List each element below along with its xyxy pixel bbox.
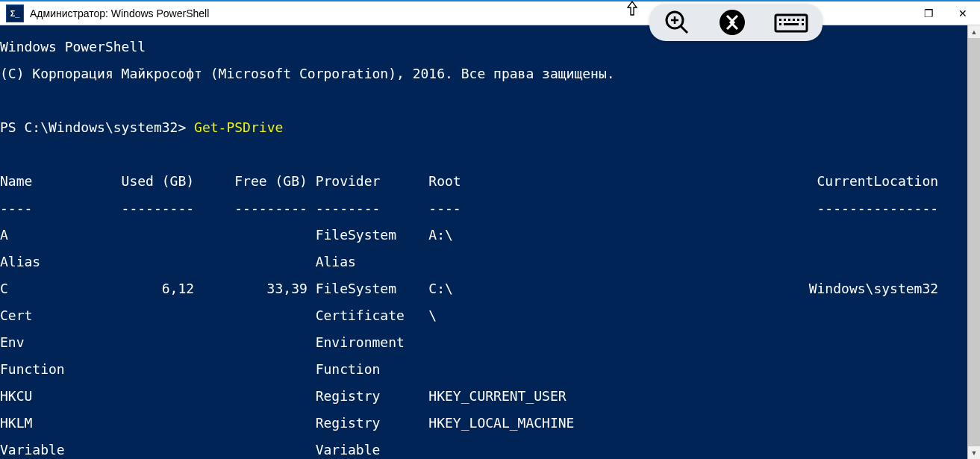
window-controls: ❐ ✕	[911, 1, 980, 25]
svg-rect-13	[784, 23, 799, 25]
table-row: HKLM Registry HKEY_LOCAL_MACHINE	[0, 416, 980, 430]
maximize-button[interactable]: ❐	[911, 1, 946, 25]
svg-rect-11	[802, 19, 804, 21]
prompt-text: PS C:\Windows\system32>	[0, 119, 194, 135]
ps-copyright: (C) Корпорация Майкрософт (Microsoft Cor…	[0, 67, 980, 81]
table-row: Env Environment	[0, 336, 980, 349]
table-header: Name Used (GB) Free (GB) Provider Root C…	[0, 175, 980, 188]
svg-rect-6	[779, 19, 781, 21]
titlebar[interactable]: Σ_ Администратор: Windows PowerShell ❐ ✕	[0, 1, 980, 25]
scroll-up-arrow-icon[interactable]: ▲	[968, 25, 980, 38]
table-row: A FileSystem A:\	[0, 228, 980, 242]
blank-line	[0, 94, 980, 107]
svg-rect-8	[788, 19, 790, 21]
powershell-icon: Σ_	[6, 4, 24, 22]
table-row: Function Function	[0, 363, 980, 376]
floating-toolbar[interactable]	[649, 4, 823, 41]
vertical-scrollbar[interactable]: ▲ ▼	[967, 25, 980, 459]
table-row: HKCU Registry HKEY_CURRENT_USER	[0, 390, 980, 403]
remote-connect-icon[interactable]	[718, 8, 746, 37]
table-row: C 6,12 33,39 FileSystem C:\ Windows\syst…	[0, 282, 980, 296]
blank-line	[0, 148, 980, 161]
scroll-track[interactable]	[968, 38, 980, 446]
svg-rect-7	[784, 19, 786, 21]
terminal-output[interactable]: Windows PowerShell (C) Корпорация Майкро…	[0, 25, 980, 459]
svg-rect-12	[779, 23, 781, 25]
svg-rect-14	[802, 23, 804, 25]
svg-rect-9	[793, 19, 795, 21]
table-row: Cert Certificate \	[0, 309, 980, 322]
ps-banner: Windows PowerShell	[0, 40, 980, 54]
close-button[interactable]: ✕	[946, 1, 980, 25]
zoom-in-icon[interactable]	[663, 8, 691, 37]
svg-rect-10	[797, 19, 799, 21]
prompt-line: PS C:\Windows\system32> Get-PSDrive	[0, 121, 980, 134]
keyboard-icon[interactable]	[773, 8, 809, 37]
svg-line-1	[681, 26, 687, 33]
scroll-thumb[interactable]	[968, 38, 980, 446]
table-row: Alias Alias	[0, 255, 980, 269]
cursor-icon	[625, 0, 639, 20]
scroll-down-arrow-icon[interactable]: ▼	[968, 446, 980, 459]
table-row: Variable Variable	[0, 443, 980, 457]
table-divider: ---- --------- --------- -------- ---- -…	[0, 202, 980, 215]
window-title: Администратор: Windows PowerShell	[30, 7, 209, 19]
command-text: Get-PSDrive	[194, 119, 283, 135]
